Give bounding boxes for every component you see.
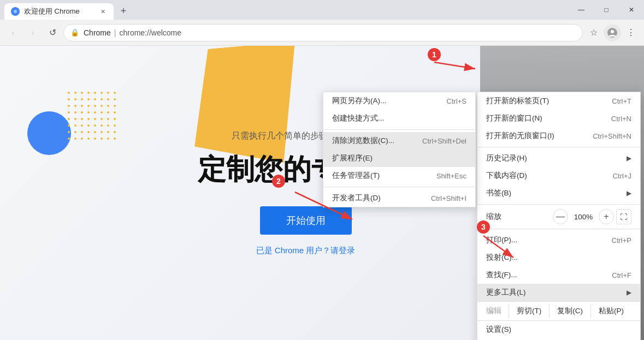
browser-frame: 欢迎使用 Chrome ✕ + — □ ✕ ‹ › ↺ 🔒 Chrome | c… bbox=[0, 0, 644, 340]
deco-dots-pattern bbox=[66, 90, 120, 144]
menu-item-bookmarks[interactable]: 书签(B) ▶ bbox=[477, 184, 640, 202]
address-text: Chrome | chrome://welcome bbox=[84, 28, 576, 37]
main-context-menu: 打开新的标签页(T) Ctrl+T 打开新的窗口(N) Ctrl+N 打开新的无… bbox=[477, 92, 641, 340]
submenu-separator-2 bbox=[323, 187, 475, 187]
menu-item-more-tools[interactable]: 更多工具(L) ▶ bbox=[477, 284, 640, 301]
zoom-row: 缩放 — 100% + ⛶ bbox=[477, 207, 640, 226]
paste-button[interactable]: 粘贴(P) bbox=[590, 304, 631, 318]
zoom-in-button[interactable]: + bbox=[599, 209, 614, 224]
menu-item-history[interactable]: 历史记录(H) ▶ bbox=[477, 150, 640, 167]
forward-button[interactable]: › bbox=[24, 24, 42, 41]
menu-item-find[interactable]: 查找(F)... Ctrl+F bbox=[477, 266, 640, 284]
zoom-out-button[interactable]: — bbox=[553, 209, 568, 224]
toolbar-actions: ☆ ⋮ bbox=[585, 24, 640, 41]
more-menu-button[interactable]: ⋮ bbox=[622, 24, 640, 41]
menu-item-downloads[interactable]: 下载内容(D) Ctrl+J bbox=[477, 167, 640, 184]
submenu-item-devtools[interactable]: 开发者工具(D) Ctrl+Shift+I bbox=[323, 189, 475, 207]
submenu-separator-1 bbox=[323, 129, 475, 130]
zoom-value: 100% bbox=[570, 213, 596, 221]
menu-separator-2 bbox=[477, 204, 640, 205]
deco-blue-circle bbox=[27, 111, 71, 155]
menu-separator-3 bbox=[477, 229, 640, 229]
tab-title: 欢迎使用 Chrome bbox=[24, 7, 94, 16]
menu-item-incognito[interactable]: 打开新的无痕窗口(I) Ctrl+Shift+N bbox=[477, 127, 640, 145]
more-tools-submenu: 网页另存为(A)... Ctrl+S 创建快捷方式... 清除浏览数据(C)..… bbox=[323, 92, 476, 207]
submenu-item-create-shortcut[interactable]: 创建快捷方式... bbox=[323, 110, 475, 127]
copy-button[interactable]: 复制(C) bbox=[549, 304, 590, 318]
toolbar: ‹ › ↺ 🔒 Chrome | chrome://welcome ☆ bbox=[0, 20, 644, 46]
address-brand: Chrome bbox=[84, 28, 111, 37]
start-button[interactable]: 开始使用 bbox=[260, 206, 352, 235]
window-controls: — □ ✕ bbox=[569, 0, 644, 20]
new-tab-button[interactable]: + bbox=[116, 3, 131, 19]
menu-separator-1 bbox=[477, 147, 640, 147]
menu-item-cast[interactable]: 投射(C)... bbox=[477, 249, 640, 266]
close-button[interactable]: ✕ bbox=[619, 0, 644, 20]
minimize-button[interactable]: — bbox=[569, 0, 594, 20]
page-content: 只需执行几个简单的步骤，即可完成浏 定制您的专属 Ch 开始使用 已是 Chro… bbox=[0, 46, 644, 340]
address-separator: | bbox=[114, 28, 116, 37]
menu-item-settings[interactable]: 设置(S) bbox=[477, 321, 640, 338]
submenu-item-save-page[interactable]: 网页另存为(A)... Ctrl+S bbox=[323, 92, 475, 110]
maximize-button[interactable]: □ bbox=[594, 0, 619, 20]
tab-close-button[interactable]: ✕ bbox=[98, 7, 107, 16]
submenu-item-extensions[interactable]: 扩展程序(E) bbox=[323, 150, 475, 167]
address-bar[interactable]: 🔒 Chrome | chrome://welcome bbox=[63, 24, 583, 41]
tab-favicon bbox=[11, 7, 20, 16]
submenu-item-clear-data[interactable]: 清除浏览数据(C)... Ctrl+Shift+Del bbox=[323, 132, 475, 150]
address-url: chrome://welcome bbox=[119, 28, 181, 37]
tab-strip: 欢迎使用 Chrome ✕ + bbox=[0, 0, 131, 20]
cut-button[interactable]: 剪切(T) bbox=[509, 304, 549, 318]
submenu-item-task-manager[interactable]: 任务管理器(T) Shift+Esc bbox=[323, 167, 475, 184]
menu-item-new-window[interactable]: 打开新的窗口(N) Ctrl+N bbox=[477, 110, 640, 127]
title-bar: 欢迎使用 Chrome ✕ + — □ ✕ bbox=[0, 0, 644, 20]
lock-icon: 🔒 bbox=[70, 28, 79, 37]
signin-link[interactable]: 已是 Chrome 用户？请登录 bbox=[142, 246, 470, 256]
svg-point-2 bbox=[611, 30, 614, 33]
active-tab[interactable]: 欢迎使用 Chrome ✕ bbox=[4, 3, 114, 20]
edit-row: 编辑 剪切(T) 复制(C) 粘贴(P) bbox=[477, 301, 640, 321]
menu-item-new-tab[interactable]: 打开新的标签页(T) Ctrl+T bbox=[477, 92, 640, 110]
profile-button[interactable] bbox=[604, 24, 621, 41]
menu-item-print[interactable]: 打印(P)... Ctrl+P bbox=[477, 231, 640, 249]
bookmark-button[interactable]: ☆ bbox=[585, 24, 602, 41]
refresh-button[interactable]: ↺ bbox=[44, 24, 61, 41]
back-button[interactable]: ‹ bbox=[4, 24, 22, 41]
zoom-fullscreen-button[interactable]: ⛶ bbox=[616, 209, 631, 224]
